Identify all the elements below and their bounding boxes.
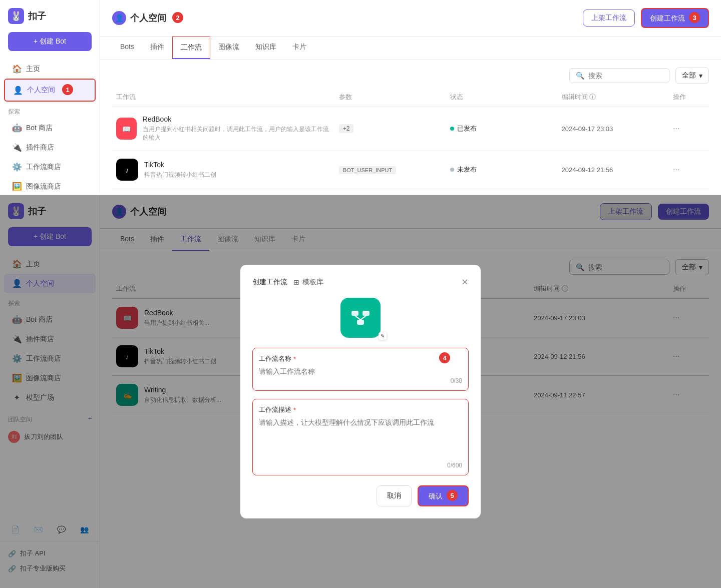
svg-rect-12	[351, 311, 358, 316]
dialog-tab-create[interactable]: 创建工作流	[252, 278, 287, 287]
dialog-workflow-icon	[340, 298, 381, 338]
table-filters: 🔍 全部 ▾	[112, 60, 709, 88]
svg-line-15	[355, 316, 360, 320]
table-row: 📖 RedBook 当用户提到小红书相关问题时，调用此工作流，用户的输入是该工作…	[112, 107, 709, 151]
workflow-desc-input[interactable]	[259, 418, 462, 458]
workflow-action-1[interactable]: ···	[669, 124, 709, 133]
dialog-tab-template[interactable]: ⊞ 模板库	[293, 278, 323, 287]
workflow-name-2: TikTok	[144, 161, 216, 169]
workflow-time-2: 2024-09-12 21:56	[558, 166, 669, 174]
header-left: 👤 个人空间 2	[112, 11, 183, 25]
col-workflow: 工作流	[112, 93, 335, 102]
svg-text:📖: 📖	[122, 125, 131, 134]
name-counter: 0/30	[259, 377, 462, 384]
workflow-name-input[interactable]	[259, 367, 462, 375]
confirm-button[interactable]: 确认 5	[418, 485, 469, 506]
svg-rect-14	[357, 320, 364, 325]
svg-text:♪: ♪	[126, 166, 129, 174]
tab-bots[interactable]: Bots	[112, 37, 142, 59]
sidebar-item-bot-store[interactable]: 🤖 Bot 商店	[4, 118, 96, 138]
sidebar-item-image-store[interactable]: 🖼️ 图像流商店	[4, 177, 96, 196]
search-icon: 🔍	[576, 72, 584, 80]
required-star-name: *	[293, 355, 296, 363]
sidebar-item-home[interactable]: 🏠 主页	[4, 59, 96, 79]
svg-rect-13	[363, 311, 370, 316]
col-params: 参数	[335, 93, 446, 102]
dialog-header: 创建工作流 ⊞ 模板库 ✕	[252, 277, 469, 288]
close-icon[interactable]: ✕	[461, 277, 469, 288]
table-row: ✍ Writing 自动化信息抓取、数据分析、写作输出、公众号发布 BOT_US…	[112, 189, 709, 195]
image-store-icon: 🖼️	[12, 182, 21, 191]
home-icon: 🏠	[12, 64, 21, 74]
table-row: ♪ TikTok 抖音热门视频转小红书二创 BOT_USER_INPUT 未发布…	[112, 151, 709, 189]
cancel-button[interactable]: 取消	[377, 485, 412, 506]
table-header: 工作流 参数 状态 编辑时间 ⓘ 操作	[112, 88, 709, 107]
sidebar-item-workflow-store-label: 工作流商店	[26, 163, 61, 172]
create-workflow-button[interactable]: 创建工作流 3	[641, 8, 709, 28]
sidebar-item-plugin-store[interactable]: 🔌 插件商店	[4, 138, 96, 157]
dialog-footer: 取消 确认 5	[252, 485, 469, 506]
plugin-store-icon: 🔌	[12, 143, 21, 152]
required-star-desc: *	[293, 406, 296, 414]
tab-knowledge[interactable]: 知识库	[247, 37, 284, 59]
tab-cards[interactable]: 卡片	[284, 37, 314, 59]
workflow-time-1: 2024-09-17 23:03	[558, 125, 669, 133]
annotation-1: 1	[62, 84, 73, 95]
workflow-desc-group: 工作流描述 * 0/600	[252, 399, 469, 475]
sidebar-item-personal-space[interactable]: 👤 个人空间 1	[4, 79, 96, 102]
svg-line-16	[360, 316, 366, 320]
tab-bar: Bots 插件 工作流 图像流 知识库 卡片	[100, 37, 721, 60]
search-input[interactable]	[588, 72, 663, 80]
workflow-icon-redbook: 📖	[116, 118, 137, 140]
workflow-table-section: 🔍 全部 ▾ 工作流 参数 状态 编辑时间 ⓘ 操作	[100, 60, 721, 195]
upload-workflow-button[interactable]: 上架工作流	[583, 10, 635, 27]
col-action: 操作	[669, 93, 709, 102]
dialog-icon-wrap: ✎	[252, 298, 469, 338]
tab-workflow[interactable]: 工作流	[172, 37, 210, 59]
annotation-2: 2	[172, 12, 183, 23]
header-actions: 上架工作流 创建工作流 3	[583, 8, 709, 28]
bot-store-icon: 🤖	[12, 123, 21, 133]
main-header: 👤 个人空间 2 上架工作流 创建工作流 3	[100, 0, 721, 37]
workflow-status-1: 已发布	[446, 124, 557, 133]
col-time: 编辑时间 ⓘ	[558, 93, 669, 102]
workflow-name-group: 工作流名称 * 0/30 4	[252, 348, 469, 391]
logo-text: 扣子	[28, 10, 46, 22]
person-icon: 👤	[13, 86, 22, 95]
chevron-down-icon: ▾	[699, 72, 702, 80]
workflow-status-2: 未发布	[446, 165, 557, 174]
workflow-desc-2: 抖音热门视频转小红书二创	[144, 171, 216, 179]
workflow-desc-1: 当用户提到小红书相关问题时，调用此工作流，用户的输入是该工作流的输入	[143, 125, 331, 142]
tab-image-flow[interactable]: 图像流	[210, 37, 247, 59]
workflow-cell-2: ♪ TikTok 抖音热门视频转小红书二创	[112, 159, 335, 181]
create-workflow-dialog: 创建工作流 ⊞ 模板库 ✕	[240, 265, 481, 518]
filter-dropdown[interactable]: 全部 ▾	[675, 68, 709, 84]
create-bot-button[interactable]: + 创建 Bot	[8, 32, 92, 51]
sidebar-item-plugin-store-label: 插件商店	[26, 143, 54, 152]
main-title: 个人空间	[130, 12, 166, 24]
edit-icon[interactable]: ✎	[379, 332, 387, 340]
sidebar-item-image-store-label: 图像流商店	[26, 182, 61, 191]
workflow-name-1: RedBook	[143, 115, 331, 123]
sidebar-item-personal-label: 个人空间	[27, 86, 55, 95]
search-box[interactable]: 🔍	[569, 68, 669, 83]
annotation-3: 3	[689, 12, 700, 23]
desc-label: 工作流描述 *	[259, 405, 462, 414]
dialog-overlay: 创建工作流 ⊞ 模板库 ✕	[0, 195, 721, 588]
workflow-store-icon: ⚙️	[12, 162, 21, 172]
col-status: 状态	[446, 93, 557, 102]
workflow-icon-tiktok: ♪	[116, 159, 138, 181]
tab-plugins[interactable]: 插件	[142, 37, 172, 59]
workflow-action-2[interactable]: ···	[669, 165, 709, 174]
explore-section-title: 探索	[0, 102, 100, 118]
dialog-tabs: 创建工作流 ⊞ 模板库	[252, 278, 323, 287]
sidebar-item-workflow-store[interactable]: ⚙️ 工作流商店	[4, 157, 96, 177]
header-user-icon: 👤	[112, 11, 126, 25]
logo-icon: 🐰	[8, 8, 24, 24]
workflow-tag-1: +2	[335, 124, 446, 133]
annotation-4: 4	[439, 352, 450, 363]
app-logo: 🐰 扣子	[0, 8, 100, 32]
workflow-cell-1: 📖 RedBook 当用户提到小红书相关问题时，调用此工作流，用户的输入是该工作…	[112, 115, 335, 142]
name-label: 工作流名称 *	[259, 354, 462, 363]
template-icon: ⊞	[293, 278, 299, 286]
